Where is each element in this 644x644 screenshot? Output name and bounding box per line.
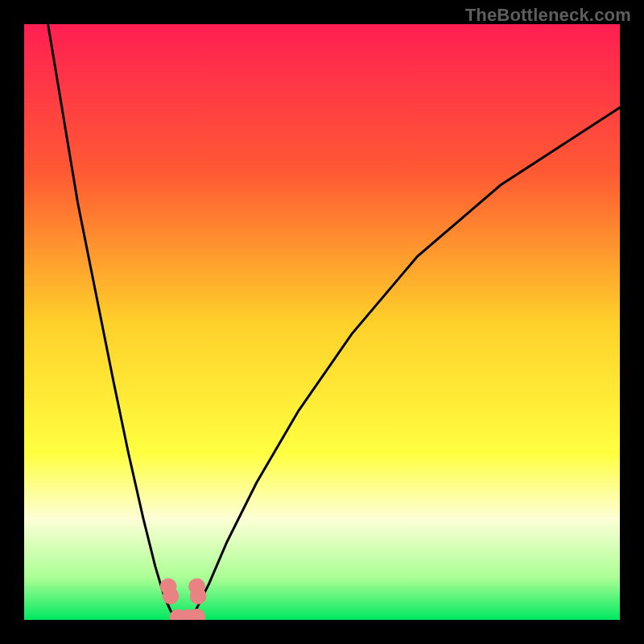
marker-dot — [163, 588, 180, 605]
plot-background — [24, 24, 620, 620]
watermark-text: TheBottleneck.com — [465, 5, 631, 26]
chart-frame: TheBottleneck.com — [0, 0, 644, 644]
marker-dot — [190, 588, 207, 605]
plot-svg — [24, 24, 620, 620]
plot-area — [24, 24, 620, 620]
